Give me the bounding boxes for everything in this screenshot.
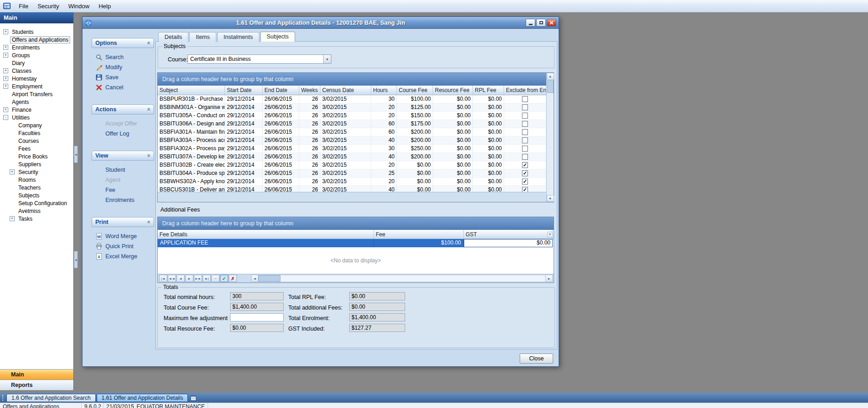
document-tab-1-6-offer-and-application-search[interactable]: 1.6 Offer and Application Search — [6, 394, 96, 402]
sidebar-item-groups[interactable]: +Groups — [0, 51, 73, 59]
expand-icon[interactable]: + — [3, 53, 8, 58]
student-button[interactable]: Student — [92, 165, 154, 175]
dialog-titlebar[interactable]: 1.61 Offer and Application Details - 120… — [82, 17, 559, 29]
collapse-sidebar-icon[interactable]: ◄ — [74, 146, 78, 163]
menu-security[interactable]: Security — [33, 0, 64, 12]
menu-file[interactable]: File — [14, 0, 33, 12]
tab-subjects[interactable]: Subjects — [260, 32, 295, 42]
nav-group-header[interactable]: View» — [92, 151, 154, 161]
expand-icon[interactable]: + — [3, 68, 8, 73]
scrollbar-thumb[interactable] — [547, 80, 554, 93]
fee-details-cell[interactable]: APPLICATION FEE — [158, 239, 374, 247]
sidebar-item-courses[interactable]: Courses — [0, 137, 73, 145]
collapse-sidebar-icon[interactable]: ◄ — [74, 251, 78, 268]
subject-row[interactable]: BSBCUS301B - Deliver and mo29/12/201426/… — [158, 186, 546, 192]
fee-button[interactable]: Fee — [92, 185, 154, 195]
exclude-checkbox[interactable]: ✓ — [522, 187, 528, 192]
sidebar-button-reports[interactable]: Reports — [0, 380, 73, 390]
column-header-course-fee[interactable]: Course Fee — [397, 86, 433, 95]
exclude-checkbox[interactable]: ✓ — [522, 179, 528, 185]
exclude-checkbox[interactable] — [522, 104, 528, 110]
sidebar-item-price-books[interactable]: Price Books — [0, 152, 73, 160]
sidebar-item-enrolments[interactable]: +Enrolments — [0, 44, 73, 51]
expand-icon[interactable]: + — [10, 169, 15, 174]
subject-row[interactable]: BSBFIA301A - Maintain financi29/12/20142… — [158, 128, 546, 136]
navigator-end-edit-button[interactable]: ✓ — [220, 275, 228, 282]
nav-group-header[interactable]: Actions» — [92, 104, 154, 114]
column-header-start-date[interactable]: Start Date — [225, 86, 263, 95]
chevron-down-icon[interactable]: ▼ — [323, 55, 331, 63]
cancel-button[interactable]: Cancel — [92, 82, 154, 92]
scrollbar-track[interactable] — [258, 275, 545, 282]
horizontal-scrollbar[interactable]: ◄ ► — [251, 275, 553, 282]
fee-amount-cell[interactable]: $100.00 — [374, 239, 464, 247]
chevron-up-icon[interactable]: » — [146, 42, 152, 45]
course-dropdown[interactable]: Certificate III in Business ▼ — [187, 54, 331, 64]
navigator-delete-button[interactable]: − — [211, 275, 220, 282]
navigator-first-button[interactable]: |◄ — [159, 275, 167, 282]
subject-row[interactable]: BSBITU305A - Conduct online29/12/201426/… — [158, 112, 546, 120]
expand-icon[interactable]: + — [3, 29, 8, 34]
exclude-checkbox[interactable] — [522, 113, 528, 119]
document-tab-1-61-offer-and-application-details[interactable]: 1.61 Offer and Application Details — [97, 394, 188, 402]
word-merge-button[interactable]: WWord Merge — [92, 231, 154, 241]
close-button[interactable]: Close — [520, 354, 553, 364]
sidebar-item-suppliers[interactable]: Suppliers — [0, 160, 73, 168]
sidebar-item-subjects[interactable]: Subjects — [0, 191, 73, 199]
maximize-button[interactable] — [536, 19, 546, 27]
navigator-prev-button[interactable]: ◄ — [176, 275, 185, 282]
nav-group-header[interactable]: Options» — [92, 38, 154, 48]
column-header-end-date[interactable]: End Date — [263, 86, 299, 95]
column-header-weeks[interactable]: Weeks — [299, 86, 320, 95]
column-header-fee-details[interactable]: Fee Details — [158, 230, 374, 239]
sidebar-button-main[interactable]: Main — [0, 369, 73, 380]
column-header-subject[interactable]: Subject — [158, 86, 225, 95]
search-button[interactable]: Search — [92, 52, 154, 62]
sidebar-item-teachers[interactable]: Teachers — [0, 184, 73, 191]
sidebar-item-security[interactable]: +Security — [0, 168, 73, 176]
navigator-cancel-edit-button[interactable]: ✗ — [229, 275, 237, 282]
exclude-checkbox[interactable]: ✓ — [522, 162, 528, 168]
exclude-checkbox[interactable] — [522, 137, 528, 143]
scroll-left-icon[interactable]: ◄ — [251, 275, 258, 282]
modify-button[interactable]: Modify — [92, 62, 154, 72]
scrollbar-thumb[interactable] — [258, 275, 280, 282]
tab-details[interactable]: Details — [158, 32, 188, 42]
column-header-gst[interactable]: GST — [464, 230, 553, 239]
sidebar-item-employment[interactable]: +Employment — [0, 82, 73, 90]
sidebar-item-agents[interactable]: Agents — [0, 98, 73, 106]
column-header-exclude-from-enr[interactable]: Exclude from Enr — [504, 86, 546, 95]
sidebar-item-finance[interactable]: +Finance — [0, 106, 73, 114]
scroll-up-icon[interactable]: ▲ — [547, 73, 554, 80]
sidebar-item-homestay[interactable]: +Homestay — [0, 75, 73, 82]
subject-row[interactable]: BSBITU302B - Create electron29/12/201426… — [158, 161, 546, 169]
sidebar-item-students[interactable]: +Students — [0, 28, 73, 36]
expand-icon[interactable]: + — [3, 76, 8, 81]
fee-row[interactable]: APPLICATION FEE $100.00 $0.00 — [158, 239, 554, 247]
column-header-fee[interactable]: Fee — [374, 230, 464, 239]
navigator-next-page-button[interactable]: ►► — [194, 275, 202, 282]
offer-log-button[interactable]: Offer Log — [92, 129, 154, 139]
enrolments-button[interactable]: Enrolments — [92, 195, 154, 205]
menu-help[interactable]: Help — [94, 0, 115, 12]
menu-window[interactable]: Window — [64, 0, 94, 12]
quick-print-button[interactable]: Quick Print — [92, 241, 154, 251]
subject-row[interactable]: BSBWHS302A - Apply knowled29/12/201426/0… — [158, 178, 546, 186]
minimize-button[interactable] — [526, 19, 535, 27]
gst-editor-cell[interactable]: $0.00 — [464, 239, 553, 247]
close-window-button[interactable]: ✕ — [547, 19, 556, 27]
expand-icon[interactable]: + — [10, 216, 15, 221]
subject-row[interactable]: BSBFIA303A - Process accoun29/12/201426/… — [158, 136, 546, 145]
sidebar-item-diary[interactable]: Diary — [0, 59, 73, 67]
excel-merge-button[interactable]: XExcel Merge — [92, 251, 154, 261]
subject-row[interactable]: BSBFIA302A - Process payroll29/12/201426… — [158, 145, 546, 153]
subject-row[interactable]: BSBINM301A - Organise workp29/12/201426/… — [158, 103, 546, 112]
column-header-resource-fee[interactable]: Resource Fee — [433, 86, 473, 95]
exclude-checkbox[interactable]: ✓ — [522, 170, 528, 176]
sidebar-item-avetmiss[interactable]: Avetmiss — [0, 207, 73, 215]
subject-row[interactable]: BSBITU307A - Develop keyboa29/12/201426/… — [158, 153, 546, 161]
sidebar-item-setup-configuration[interactable]: Setup Configuration — [0, 199, 73, 207]
exclude-checkbox[interactable] — [522, 154, 528, 160]
expand-icon[interactable]: + — [3, 45, 8, 50]
chevron-up-icon[interactable]: » — [146, 221, 152, 224]
